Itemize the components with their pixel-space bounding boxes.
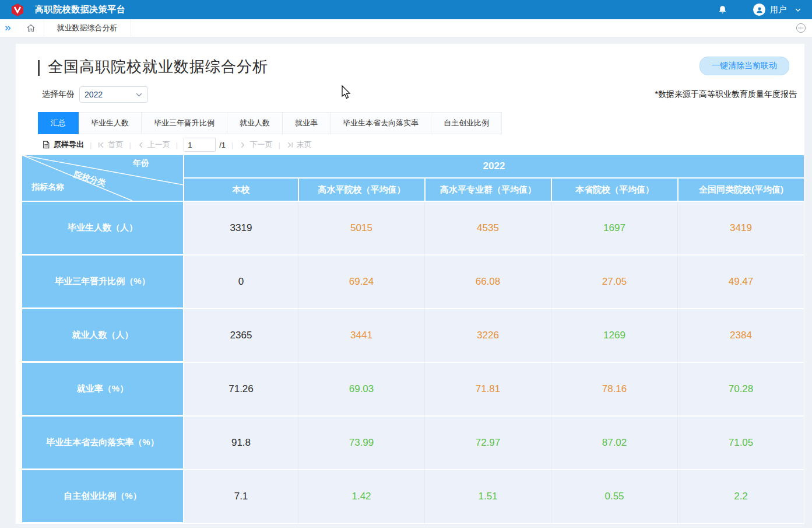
value-cell-r4-c1: 73.99 [298,417,424,470]
toolbar-divider: | [90,141,92,149]
metric-label: 就业人数（人） [22,309,184,363]
metric-tab-2[interactable]: 毕业三年晋升比例 [142,112,227,134]
column-header-4: 全国同类院校(平均值) [677,179,804,202]
year-select-value: 2022 [85,90,135,99]
table-row: 毕业生人数（人）33195015453516973419 [22,202,804,256]
value-cell-r0-c4: 3419 [677,202,804,256]
toolbar-divider: | [231,141,233,149]
corner-label-metric: 指标名称 [31,182,64,193]
value-cell-r3-c3: 78.16 [551,363,677,417]
value-cell-r2-c0: 2365 [184,309,298,363]
table-toolbar: 原样导出 | 首页 | 上一页 | /1 | [16,134,804,155]
value-cell-r5-c1: 1.42 [298,470,424,524]
column-header-1: 高水平院校（平均值） [298,179,424,202]
last-page-icon [286,141,294,149]
clear-linkage-button[interactable]: 一键清除当前联动 [699,57,789,75]
value-cell-r2-c1: 3441 [298,309,424,363]
page-total-label: /1 [219,141,226,149]
value-cell-r0-c2: 4535 [424,202,551,256]
metric-label: 毕业生人数（人） [22,202,184,256]
value-cell-r3-c0: 71.26 [184,363,298,417]
route-tab-active[interactable]: 就业数据综合分析 [44,19,131,37]
table-row: 毕业三年晋升比例（%）069.2466.0827.0549.47 [22,256,804,309]
year-header-cell: 2022 [184,155,804,179]
next-page-label: 下一页 [249,139,272,150]
toolbar-divider: | [129,141,131,149]
table-row: 就业人数（人）23653441322612692384 [22,309,804,363]
first-page-icon [97,141,105,149]
value-cell-r1-c4: 49.47 [677,256,804,309]
first-page-button[interactable]: 首页 [97,139,123,150]
column-header-0: 本校 [184,179,298,202]
metric-label: 毕业生本省去向落实率（%） [22,417,184,470]
value-cell-r0-c1: 5015 [298,202,424,256]
next-page-button[interactable]: 下一页 [239,139,272,150]
value-cell-r4-c4: 71.05 [677,417,804,470]
year-select[interactable]: 2022 [79,86,148,103]
tab-options-icon[interactable] [796,23,806,33]
page-title: 全国高职院校就业数据综合分析 [48,57,268,77]
content-card: 全国高职院校就业数据综合分析 一键清除当前联动 选择年份 2022 *数据来源于… [16,44,804,524]
metric-tab-4[interactable]: 就业率 [283,112,331,134]
app-title: 高职院校数据决策平台 [35,4,125,15]
column-header-2: 高水平专业群（平均值） [424,179,551,202]
sidebar-expand-icon[interactable]: » [0,22,18,34]
platform-logo-icon [10,3,24,17]
metric-tab-0[interactable]: 汇总 [38,112,79,134]
chevron-down-icon[interactable] [795,6,802,13]
title-accent-bar [38,60,40,76]
top-header: 高职院校数据决策平台 用户 [0,0,812,19]
value-cell-r4-c0: 91.8 [184,417,298,470]
value-cell-r2-c3: 1269 [551,309,677,363]
value-cell-r4-c2: 72.97 [424,417,551,470]
corner-label-year: 年份 [133,158,149,169]
prev-page-button[interactable]: 上一页 [137,139,170,150]
value-cell-r4-c3: 87.02 [551,417,677,470]
metric-tabs: 汇总毕业生人数毕业三年晋升比例就业人数就业率毕业生本省去向落实率自主创业比例 [38,112,804,134]
export-file-icon [42,141,50,149]
metric-label: 毕业三年晋升比例（%） [22,256,184,309]
export-button[interactable]: 原样导出 [42,139,84,150]
metric-tab-1[interactable]: 毕业生人数 [79,112,142,134]
page-background: 全国高职院校就业数据综合分析 一键清除当前联动 选择年份 2022 *数据来源于… [0,37,812,524]
last-page-label: 末页 [297,139,312,150]
table-row: 自主创业比例（%）7.11.421.510.552.2 [22,470,804,524]
notification-bell-icon[interactable] [718,5,727,15]
home-icon[interactable] [26,23,36,33]
column-header-3: 本省院校（平均值） [551,179,677,202]
next-page-icon [239,141,247,149]
metric-tab-5[interactable]: 毕业生本省去向落实率 [331,112,431,134]
toolbar-divider: | [176,141,178,149]
value-cell-r2-c2: 3226 [424,309,551,363]
value-cell-r5-c2: 1.51 [424,470,551,524]
metric-label: 就业率（%） [22,363,184,417]
user-menu-label[interactable]: 用户 [770,5,786,15]
person-icon [755,6,764,14]
value-cell-r1-c2: 66.08 [424,256,551,309]
page-number-input[interactable] [184,138,216,152]
toolbar-divider: | [278,141,280,149]
value-cell-r5-c4: 2.2 [677,470,804,524]
user-avatar[interactable] [753,4,765,16]
route-tab-bar: » 就业数据综合分析 [0,19,812,37]
export-label: 原样导出 [54,139,84,150]
select-chevron-icon [135,91,143,99]
table-row: 就业率（%）71.2669.0371.8178.1670.28 [22,363,804,417]
value-cell-r0-c3: 1697 [551,202,677,256]
data-source-note: *数据来源于高等职业教育质量年度报告 [655,89,797,100]
table-row: 毕业生本省去向落实率（%）91.873.9972.9787.0271.05 [22,417,804,470]
value-cell-r3-c1: 69.03 [298,363,424,417]
metric-tab-3[interactable]: 就业人数 [227,112,283,134]
value-cell-r2-c4: 2384 [677,309,804,363]
value-cell-r0-c0: 3319 [184,202,298,256]
metric-tab-6[interactable]: 自主创业比例 [431,112,502,134]
value-cell-r3-c2: 71.81 [424,363,551,417]
metric-label: 自主创业比例（%） [22,470,184,524]
value-cell-r1-c1: 69.24 [298,256,424,309]
last-page-button[interactable]: 末页 [286,139,312,150]
prev-page-icon [137,141,145,149]
value-cell-r1-c0: 0 [184,256,298,309]
table-corner-cell: 年份 院校分类 指标名称 [22,155,184,202]
year-select-label: 选择年份 [42,89,75,100]
summary-table: 年份 院校分类 指标名称 2022 本校高水平院校（平均值）高水平专业群（平均值… [22,155,804,524]
